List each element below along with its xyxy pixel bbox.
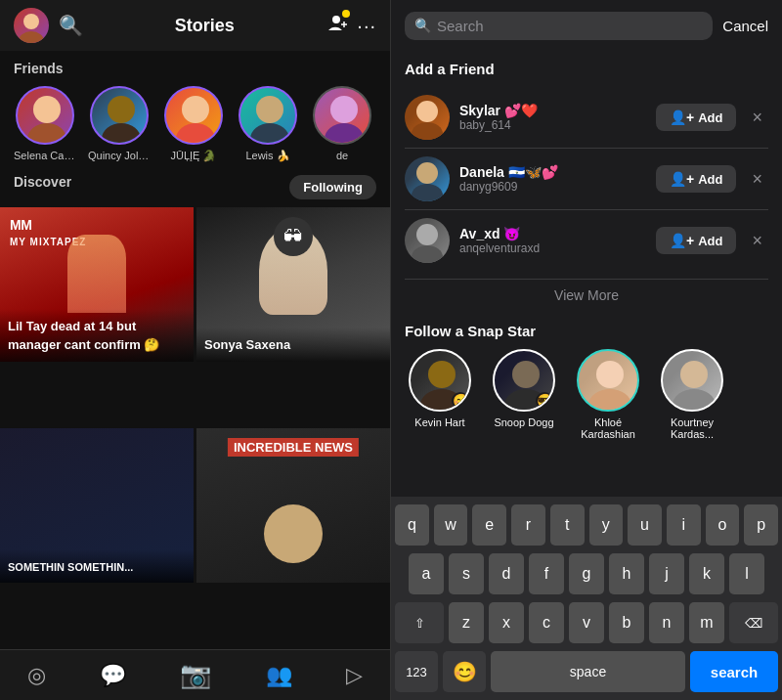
snap-star-name-snoop: Snoop Dogg	[494, 416, 553, 428]
key-numeric[interactable]: 123	[395, 651, 438, 692]
svg-point-20	[512, 361, 540, 388]
key-v[interactable]: v	[569, 602, 604, 643]
key-b[interactable]: b	[609, 602, 644, 643]
svg-point-0	[23, 14, 39, 29]
friend-avatar-selena	[16, 86, 74, 145]
svg-point-8	[256, 96, 283, 123]
key-row-4: 123 😊 space search	[395, 651, 778, 692]
key-i[interactable]: i	[667, 504, 701, 546]
add-icon-skylar: 👤+	[670, 109, 694, 125]
discover-card-incredible[interactable]: INCREDIBLE NEWS	[196, 428, 390, 583]
key-d[interactable]: d	[489, 553, 524, 594]
friend-username-skylar: baby_614	[459, 118, 646, 132]
snap-star-avatar-snoop: 😎	[493, 349, 555, 412]
key-o[interactable]: o	[706, 504, 740, 546]
close-skylar[interactable]: ×	[746, 106, 768, 130]
left-header: 🔍 Stories ···	[0, 0, 390, 51]
key-u[interactable]: u	[628, 504, 662, 546]
key-c[interactable]: c	[529, 602, 564, 643]
incredible-text: INCREDIBLE NEWS	[206, 438, 380, 457]
friend-avatar-quincy	[90, 86, 149, 145]
key-search[interactable]: search	[690, 651, 778, 692]
key-y[interactable]: y	[589, 504, 624, 546]
add-icon-avxd: 👤+	[670, 233, 694, 248]
snap-star-name-khloe: Khloé Kardashian	[573, 416, 643, 440]
friend-item[interactable]: Lewis 🍌	[237, 86, 299, 162]
friend-info-avxd: Av_xd 😈 anqelventuraxd	[459, 226, 646, 255]
friend-item[interactable]: de	[311, 86, 373, 162]
key-z[interactable]: z	[449, 602, 484, 643]
nav-chat-icon[interactable]: 💬	[92, 655, 134, 696]
card-text-mixtape: Lil Tay dead at 14 but manager cant conf…	[8, 319, 159, 352]
add-friend-icon[interactable]	[326, 13, 347, 39]
friend-row-danela: Danela 🇸🇻🦋💕 danyg9609 👤+ Add ×	[405, 149, 768, 210]
emoji-badge-snoop: 😎	[536, 392, 553, 410]
following-button[interactable]: Following	[289, 175, 376, 199]
key-g[interactable]: g	[569, 553, 604, 594]
svg-point-6	[182, 96, 209, 123]
snap-star-avatar-khloe	[577, 349, 639, 412]
svg-point-15	[412, 184, 443, 201]
nav-discover-icon[interactable]: ▷	[338, 655, 370, 696]
key-s[interactable]: s	[449, 553, 484, 594]
friends-section: Friends Selena Carrizales... Quincy Jola…	[0, 51, 390, 168]
key-row-1: q w e r t y u i o p	[395, 504, 778, 546]
key-n[interactable]: n	[649, 602, 684, 643]
snap-star-khloe[interactable]: Khloé Kardashian	[573, 349, 643, 440]
discover-card-somethin[interactable]: SOMETHIN SOMETHIN...	[0, 428, 194, 583]
key-emoji[interactable]: 😊	[443, 651, 486, 692]
search-icon[interactable]: 🔍	[59, 14, 83, 37]
key-l[interactable]: l	[729, 553, 764, 594]
right-panel: 🔍 Search Cancel Add a Friend Skylar 💕❤️ …	[391, 0, 782, 700]
nav-snap-icon[interactable]: 📷	[172, 652, 219, 698]
friend-username-danela: danyg9609	[459, 180, 646, 194]
friend-item[interactable]: Quincy Jolae 🔴	[88, 86, 151, 162]
key-delete[interactable]: ⌫	[729, 602, 778, 643]
key-p[interactable]: p	[744, 504, 778, 546]
key-q[interactable]: q	[395, 504, 429, 546]
nav-camera-icon[interactable]: ◎	[20, 655, 54, 696]
friend-name-quincy: Quincy Jolae 🔴	[88, 150, 151, 162]
friend-avatar-danela	[405, 156, 450, 201]
discover-card-sonya[interactable]: 🕶 Sonya Saxena	[196, 207, 390, 362]
svg-point-22	[596, 361, 624, 388]
add-button-avxd[interactable]: 👤+ Add	[656, 227, 736, 254]
key-j[interactable]: j	[649, 553, 684, 594]
discover-card-mixtape[interactable]: MMMY MIXTAPEZ Lil Tay dead at 14 but man…	[0, 207, 194, 362]
key-a[interactable]: a	[409, 553, 444, 594]
key-w[interactable]: w	[434, 504, 468, 546]
close-avxd[interactable]: ×	[746, 229, 768, 253]
svg-point-14	[416, 162, 438, 184]
more-options-icon[interactable]: ···	[357, 15, 376, 37]
key-space[interactable]: space	[491, 651, 685, 692]
emoji-badge-kevin: 😊	[452, 392, 469, 410]
close-danela[interactable]: ×	[746, 167, 768, 192]
discover-header: Discover Following	[0, 168, 390, 207]
key-t[interactable]: t	[550, 504, 585, 546]
key-m[interactable]: m	[689, 602, 724, 643]
add-icon-danela: 👤+	[670, 171, 694, 187]
snap-star-snoop[interactable]: 😎 Snoop Dogg	[489, 349, 559, 440]
snap-star-kevin[interactable]: 😊 Kevin Hart	[405, 349, 475, 440]
key-e[interactable]: e	[472, 504, 506, 546]
svg-point-25	[673, 389, 716, 412]
friend-avatar-julie	[164, 86, 223, 145]
key-h[interactable]: h	[609, 553, 644, 594]
cancel-button[interactable]: Cancel	[722, 18, 768, 34]
key-f[interactable]: f	[529, 553, 564, 594]
key-r[interactable]: r	[511, 504, 545, 546]
snap-star-kourtney[interactable]: Kourtney Kardas...	[657, 349, 727, 440]
key-k[interactable]: k	[689, 553, 724, 594]
friend-item[interactable]: Selena Carrizales...	[14, 86, 76, 162]
key-x[interactable]: x	[489, 602, 524, 643]
view-more-button[interactable]: View More	[405, 279, 768, 311]
key-shift[interactable]: ⇧	[395, 602, 444, 643]
add-button-danela[interactable]: 👤+ Add	[656, 165, 736, 193]
add-button-skylar[interactable]: 👤+ Add	[656, 104, 736, 131]
user-avatar[interactable]	[14, 8, 49, 43]
search-bar[interactable]: 🔍 Search	[405, 12, 713, 40]
friend-item[interactable]: JŪĻĮĘ 🐊	[162, 86, 225, 162]
snap-star-scroll: 😊 Kevin Hart 😎 Snoop Dogg Khloé Kardashi…	[405, 349, 768, 440]
friend-username-avxd: anqelventuraxd	[459, 241, 646, 255]
nav-friends-icon[interactable]: 👥	[258, 655, 300, 696]
